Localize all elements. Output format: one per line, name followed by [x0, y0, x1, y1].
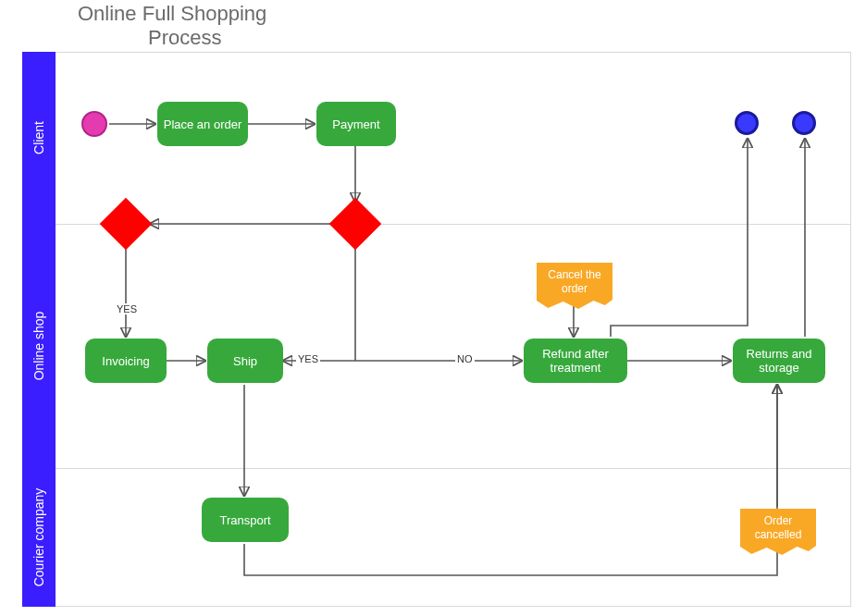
- lane-courier: Courier company: [22, 468, 56, 607]
- document-cancel-order: Cancel the order: [537, 263, 612, 309]
- task-label: Refund after treatment: [527, 347, 624, 375]
- lane-divider: [56, 468, 851, 469]
- lane-client: Client: [22, 52, 56, 224]
- lane-courier-label: Courier company: [31, 488, 46, 587]
- task-ship: Ship: [207, 339, 283, 383]
- lane-shop-label: Online shop: [31, 312, 46, 381]
- task-label: Returns and storage: [736, 347, 822, 375]
- lane-divider: [56, 224, 851, 225]
- task-label: Payment: [332, 117, 379, 131]
- end-event-2: [792, 111, 816, 135]
- task-payment: Payment: [316, 102, 396, 146]
- lane-client-label: Client: [31, 121, 46, 154]
- lane-shop: Online shop: [22, 224, 56, 468]
- task-transport: Transport: [202, 498, 289, 542]
- end-event-1: [735, 111, 759, 135]
- doc-label: Order cancelled: [748, 514, 809, 542]
- document-order-cancelled: Order cancelled: [740, 509, 816, 555]
- task-label: Invoicing: [102, 354, 149, 368]
- doc-label: Cancel the order: [544, 268, 605, 296]
- edge-label-yes: YES: [296, 353, 320, 364]
- task-place-order: Place an order: [157, 102, 248, 146]
- task-returns: Returns and storage: [733, 339, 825, 383]
- task-invoicing: Invoicing: [85, 339, 167, 383]
- edge-label-yes: YES: [115, 303, 139, 314]
- edge-label-no: NO: [455, 353, 475, 364]
- task-label: Ship: [233, 354, 257, 368]
- diagram-title-line1: Online Full Shopping: [78, 2, 266, 26]
- start-event: [81, 111, 107, 137]
- diagram-title-line2: Process: [148, 26, 221, 50]
- task-refund: Refund after treatment: [524, 339, 627, 383]
- task-label: Place an order: [164, 117, 242, 131]
- diagram-stage: Online Full Shopping Process Client Onli…: [0, 0, 866, 616]
- task-label: Transport: [219, 513, 270, 527]
- pool: [22, 52, 851, 607]
